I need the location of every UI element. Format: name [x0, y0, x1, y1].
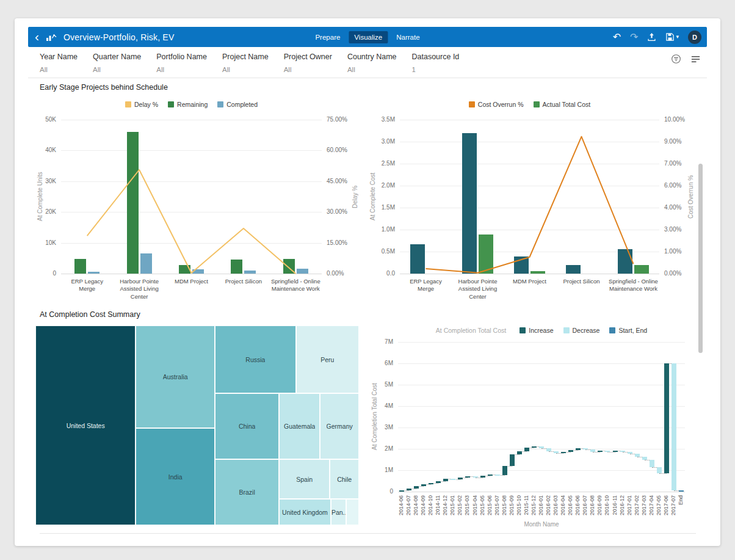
treemap-tile-united-states[interactable]: United States — [35, 325, 136, 525]
redo-icon[interactable]: ↷ — [630, 32, 638, 42]
waterfall-bar-decrease[interactable] — [657, 467, 662, 474]
waterfall-bar-decrease[interactable] — [583, 448, 588, 449]
filter-controls-icon[interactable] — [671, 54, 681, 64]
legend-item-remaining[interactable]: Remaining — [168, 101, 208, 108]
legend-item-increase[interactable]: Increase — [520, 327, 553, 334]
waterfall-bar-decrease[interactable] — [473, 476, 478, 478]
waterfall-bar-increase[interactable] — [613, 451, 618, 452]
waterfall-bar-increase[interactable] — [568, 450, 573, 452]
waterfall-bar-increase[interactable] — [576, 448, 581, 449]
bar-at-complete-cost[interactable] — [410, 244, 425, 274]
waterfall-bar-decrease[interactable] — [539, 446, 544, 449]
treemap-tile-united-kingdom[interactable]: United Kingdom — [279, 499, 331, 525]
waterfall-bar-increase[interactable] — [524, 448, 529, 451]
waterfall-bar-decrease[interactable] — [554, 451, 559, 453]
waterfall-bar-decrease[interactable] — [495, 475, 500, 476]
waterfall-bar-increase[interactable] — [561, 452, 566, 453]
vertical-scrollbar[interactable] — [698, 164, 703, 353]
treemap-tile-germany[interactable]: Germany — [320, 393, 359, 459]
waterfall-bar-increase[interactable] — [414, 486, 419, 489]
bar-completed[interactable] — [192, 269, 204, 274]
waterfall-bar-increase[interactable] — [458, 478, 463, 480]
treemap-tile-peru[interactable]: Peru — [296, 325, 359, 393]
filter-project-name[interactable]: Project Name All — [222, 53, 269, 73]
waterfall-bar-increase[interactable] — [429, 483, 433, 484]
waterfall-bar-decrease[interactable] — [546, 448, 551, 451]
bar-completed[interactable] — [297, 269, 308, 274]
waterfall-bar-decrease[interactable] — [451, 479, 455, 480]
waterfall-bar-increase[interactable] — [443, 479, 448, 481]
bar-at-complete-cost[interactable] — [566, 265, 581, 274]
legend-item-start-end[interactable]: Start, End — [609, 327, 647, 334]
legend-item-delay[interactable]: Delay % — [125, 101, 158, 108]
bar-completed[interactable] — [244, 271, 256, 274]
filter-portfolio-name[interactable]: Portfolio Name All — [156, 53, 207, 73]
waterfall-bar-increase[interactable] — [399, 490, 404, 492]
tab-visualize[interactable]: Visualize — [349, 31, 388, 43]
waterfall-bar-decrease[interactable] — [605, 451, 610, 452]
waterfall-bar-decrease[interactable] — [620, 451, 625, 452]
filter-quarter-name[interactable]: Quarter Name All — [93, 53, 141, 73]
line-delay-[interactable] — [61, 120, 322, 274]
filter-datasource-id[interactable]: Datasource Id 1 — [412, 53, 460, 73]
legend-item-actual-total-cost[interactable]: Actual Total Cost — [534, 101, 591, 108]
treemap-tile-blank[interactable] — [346, 499, 359, 525]
treemap-tile-guatemala[interactable]: Guatemala — [279, 393, 320, 459]
waterfall-bar-decrease[interactable] — [672, 363, 676, 490]
legend-item-decrease[interactable]: Decrease — [563, 327, 600, 334]
waterfall-bar-decrease[interactable] — [635, 454, 640, 457]
treemap-tile-pan-[interactable]: Pan... — [331, 499, 346, 525]
avatar[interactable]: D — [688, 31, 701, 44]
bar-at-complete-cost[interactable] — [618, 249, 632, 274]
save-button[interactable]: ▾ — [665, 32, 679, 42]
legend-item-completed[interactable]: Completed — [217, 101, 258, 108]
bar-remaining[interactable] — [74, 259, 86, 274]
tab-prepare[interactable]: Prepare — [310, 31, 346, 43]
waterfall-bar-increase[interactable] — [510, 454, 515, 466]
treemap-tile-australia[interactable]: Australia — [136, 325, 215, 428]
waterfall-bar-increase[interactable] — [465, 476, 470, 478]
line-cost-overrun-[interactable] — [400, 120, 659, 274]
filter-project-owner[interactable]: Project Owner All — [284, 53, 332, 73]
tab-narrate[interactable]: Narrate — [391, 31, 425, 43]
bar-at-complete-cost[interactable] — [462, 133, 477, 274]
bar-remaining[interactable] — [127, 132, 139, 274]
treemap-tile-china[interactable]: China — [215, 393, 279, 459]
waterfall-bar-increase[interactable] — [480, 476, 485, 477]
treemap-tile-spain[interactable]: Spain — [279, 459, 330, 499]
waterfall-bar-decrease[interactable] — [642, 457, 647, 460]
waterfall-bar-increase[interactable] — [488, 475, 493, 476]
waterfall-bar-increase[interactable] — [517, 451, 522, 454]
bar-actual-total-cost[interactable] — [530, 271, 545, 274]
waterfall-bar-decrease[interactable] — [590, 449, 595, 452]
treemap-tile-brazil[interactable]: Brazil — [215, 459, 279, 525]
waterfall-bar-increase[interactable] — [598, 451, 603, 452]
waterfall-bar-increase[interactable] — [664, 363, 669, 473]
filter-country-name[interactable]: Country Name All — [347, 53, 397, 73]
export-icon[interactable] — [647, 32, 656, 42]
treemap-tile-russia[interactable]: Russia — [215, 325, 296, 393]
bar-completed[interactable] — [140, 253, 152, 274]
waterfall-bar-decrease[interactable] — [628, 452, 632, 454]
bar-remaining[interactable] — [283, 259, 295, 274]
waterfall-bar-increase[interactable] — [421, 484, 426, 486]
waterfall-bar-increase[interactable] — [502, 466, 507, 475]
undo-icon[interactable]: ↶ — [613, 32, 621, 42]
waterfall-bar-increase[interactable] — [532, 446, 537, 448]
bar-at-complete-cost[interactable] — [514, 256, 529, 274]
waterfall-bar-increase[interactable] — [436, 481, 441, 483]
back-button[interactable]: ‹ — [35, 30, 39, 43]
bar-remaining[interactable] — [179, 265, 190, 274]
waterfall-bar-increase[interactable] — [407, 489, 411, 490]
bar-remaining[interactable] — [231, 260, 242, 274]
treemap-tile-india[interactable]: India — [136, 428, 215, 525]
waterfall-bar-decrease[interactable] — [650, 460, 654, 467]
bar-actual-total-cost[interactable] — [634, 265, 649, 274]
bar-completed[interactable] — [88, 272, 100, 274]
filter-year-name[interactable]: Year Name All — [40, 53, 78, 73]
canvas-menu-icon[interactable] — [690, 55, 701, 64]
bar-actual-total-cost[interactable] — [479, 235, 493, 274]
waterfall-bar-startend[interactable] — [679, 490, 684, 492]
treemap-tile-chile[interactable]: Chile — [330, 459, 359, 499]
legend-item-cost-overrun[interactable]: Cost Overrun % — [469, 101, 524, 108]
